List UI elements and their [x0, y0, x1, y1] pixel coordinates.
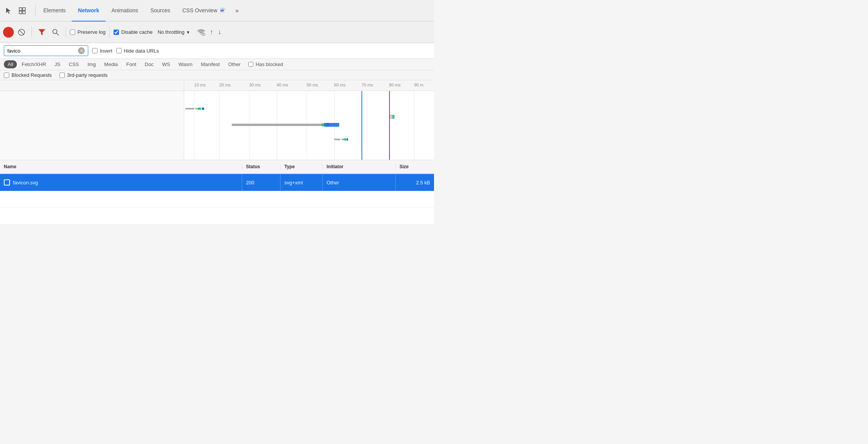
svg-rect-3 — [23, 11, 25, 14]
tick-30ms: 30 ms — [249, 83, 261, 87]
type-filter-manifest[interactable]: Manifest — [197, 60, 223, 68]
tick-90ms: 90 m — [414, 83, 423, 87]
bar-row-3 — [184, 137, 434, 142]
type-filter-wasm[interactable]: Wasm — [175, 60, 196, 68]
bar-green-1 — [198, 108, 201, 110]
svg-line-5 — [19, 30, 24, 35]
chevron-down-icon: ▼ — [186, 30, 190, 35]
bar-row-4 — [389, 114, 434, 119]
svg-point-6 — [53, 29, 57, 33]
bar-green-3 — [344, 138, 346, 141]
svg-line-7 — [56, 33, 59, 35]
has-blocked-label: Has blocked — [248, 61, 283, 67]
hide-data-urls-label[interactable]: Hide data URLs — [116, 48, 159, 54]
blocked-requests-checkbox[interactable] — [4, 73, 9, 78]
toolbar-separator-1 — [31, 27, 32, 38]
search-button[interactable] — [50, 26, 62, 38]
cursor-icon[interactable] — [3, 5, 14, 16]
col-header-type[interactable]: Type — [281, 164, 323, 169]
throttle-dropdown[interactable]: No throttling ▼ — [154, 27, 194, 37]
type-filter-media[interactable]: Media — [101, 60, 122, 68]
bar-gray-2b — [317, 124, 322, 126]
row-size-cell: 2.5 kB — [396, 174, 434, 191]
tab-bar: Elements Network Animations Sources CSS … — [0, 0, 434, 22]
flask-icon: ⚗️ — [219, 7, 226, 13]
tab-css-overview[interactable]: CSS Overview ⚗️ — [176, 0, 232, 22]
tab-sources[interactable]: Sources — [144, 0, 176, 22]
record-button[interactable] — [3, 27, 14, 38]
bar-green-4 — [393, 115, 394, 119]
col-header-status[interactable]: Status — [242, 164, 281, 169]
tick-40ms: 40 ms — [277, 83, 288, 87]
search-box[interactable]: ✕ — [4, 45, 88, 56]
invert-label[interactable]: Invert — [92, 48, 112, 54]
inspect-icon[interactable] — [17, 5, 28, 16]
marker-blue — [361, 91, 362, 160]
third-party-checkbox[interactable] — [59, 73, 65, 78]
type-filter-font[interactable]: Font — [122, 60, 140, 68]
disable-cache-label[interactable]: Disable cache — [114, 29, 153, 35]
empty-row-2 — [0, 208, 434, 225]
bar-blue-1 — [202, 108, 205, 110]
tick-70ms: 70 ms — [361, 83, 373, 87]
filter-button[interactable] — [36, 26, 48, 38]
svg-rect-2 — [19, 11, 22, 14]
hide-data-urls-checkbox[interactable] — [116, 48, 122, 53]
type-filter-img[interactable]: Img — [84, 60, 100, 68]
network-toolbar: Preserve log Disable cache No throttling… — [0, 22, 434, 43]
network-conditions-button[interactable] — [195, 27, 207, 37]
preserve-log-checkbox[interactable] — [70, 30, 75, 35]
type-filter-ws[interactable]: WS — [158, 60, 174, 68]
type-filter-xhr[interactable]: Fetch/XHR — [18, 60, 50, 68]
blocked-requests-label[interactable]: Blocked Requests — [4, 72, 52, 78]
tab-network[interactable]: Network — [72, 0, 105, 22]
type-filter-other[interactable]: Other — [224, 60, 245, 68]
devtools-icons — [3, 5, 28, 16]
row-status-cell: 200 — [242, 174, 281, 191]
empty-row-1 — [0, 191, 434, 208]
bar-blue-3 — [347, 138, 348, 141]
tab-animations[interactable]: Animations — [106, 0, 144, 22]
timeline-tick-header: 10 ms 20 ms 30 ms 40 ms 50 ms 60 ms 70 m… — [0, 80, 434, 91]
filter-bar: ✕ Invert Hide data URLs — [0, 43, 434, 59]
toolbar-separator-3 — [109, 27, 110, 38]
third-party-label[interactable]: 3rd-party requests — [59, 72, 108, 78]
tab-elements[interactable]: Elements — [37, 0, 72, 22]
has-blocked-checkbox[interactable] — [248, 62, 253, 67]
type-filter-css[interactable]: CSS — [65, 60, 83, 68]
svg-rect-0 — [19, 8, 22, 10]
row-initiator-cell: Other — [323, 174, 396, 191]
type-filter-all[interactable]: All — [4, 60, 17, 68]
toolbar-separator-2 — [66, 27, 66, 38]
invert-checkbox[interactable] — [92, 48, 97, 53]
waterfall-chart — [184, 91, 434, 160]
search-input[interactable] — [7, 48, 78, 54]
table-row[interactable]: favicon.svg 200 svg+xml Other 2.5 kB — [0, 174, 434, 191]
col-header-size[interactable]: Size — [396, 164, 434, 169]
col-header-name[interactable]: Name — [0, 164, 242, 169]
blocked-bar: Blocked Requests 3rd-party requests — [0, 70, 434, 80]
row-name-cell: favicon.svg — [0, 174, 242, 191]
bar-blue-2c — [324, 123, 339, 127]
preserve-log-label[interactable]: Preserve log — [70, 29, 106, 35]
upload-button[interactable]: ↑ — [210, 28, 213, 36]
clear-search-button[interactable]: ✕ — [78, 47, 85, 54]
bar-gray-2 — [232, 124, 317, 126]
row-checkbox[interactable] — [4, 179, 10, 186]
tick-10ms: 10 ms — [194, 83, 206, 87]
tick-80ms: 80 ms — [389, 83, 401, 87]
clear-button[interactable] — [15, 26, 28, 38]
tab-divider — [35, 5, 36, 17]
type-filter-js[interactable]: JS — [51, 60, 64, 68]
svg-point-10 — [203, 35, 203, 35]
download-button[interactable]: ↓ — [218, 28, 221, 36]
marker-red — [389, 91, 390, 160]
waterfall-rows — [0, 91, 434, 160]
import-export-buttons: ↑ ↓ — [210, 28, 221, 36]
more-tabs-button[interactable]: » — [232, 7, 242, 14]
waterfall-container: 10 ms 20 ms 30 ms 40 ms 50 ms 60 ms 70 m… — [0, 80, 434, 160]
disable-cache-checkbox[interactable] — [114, 30, 119, 35]
type-filter-doc[interactable]: Doc — [141, 60, 157, 68]
col-header-initiator[interactable]: Initiator — [323, 164, 396, 169]
tick-50ms: 50 ms — [307, 83, 318, 87]
